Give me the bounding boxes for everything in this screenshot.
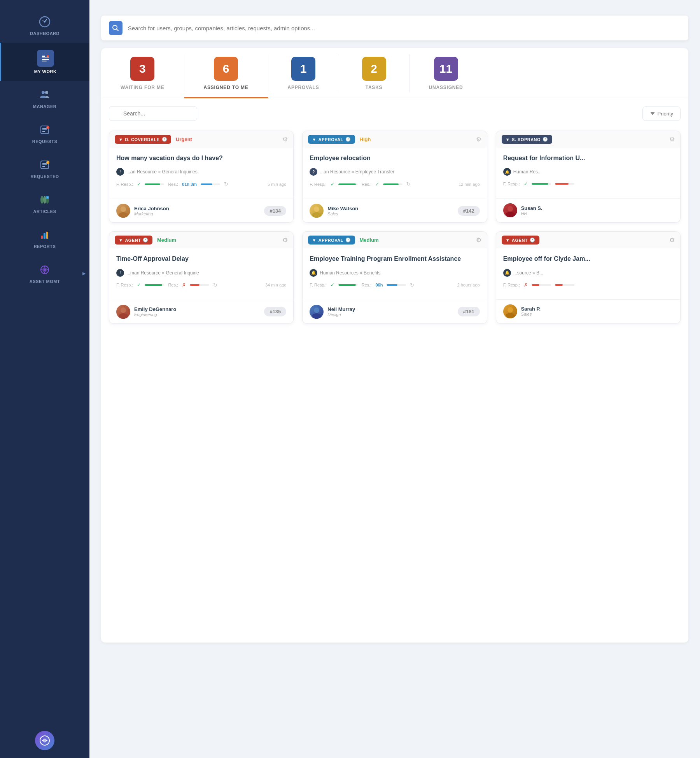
tab-unassigned[interactable]: 11 UNASSIGNED (410, 48, 483, 98)
content-area: Priority ▼ D. COVERDALE 🕐 Urgent ⚙ How m… (101, 98, 688, 643)
sidebar-bottom (35, 723, 54, 758)
card-6-avatar (503, 304, 517, 318)
sidebar-item-requests[interactable]: ! REQUESTS (0, 116, 89, 151)
card-6-settings[interactable]: ⚙ (669, 236, 675, 244)
sidebar-item-assetmgmt[interactable]: ASSET MGMT ▶ (0, 256, 89, 291)
card-4-user-info: Emily DeGennaro Engineering (134, 306, 264, 317)
card-5-fresp-bar (338, 284, 358, 286)
card-6-title: Employee off for Clyde Jam... (503, 255, 673, 263)
card-3-res-bar-fill (555, 183, 569, 185)
card-6-fresp-bar-fill (532, 284, 539, 286)
card-4-category-text: ...man Resource » General Inquirie (126, 270, 199, 276)
tab-approvals[interactable]: 1 APPROVALS (268, 48, 339, 98)
svg-point-41 (42, 740, 44, 741)
card-1-header: ▼ D. COVERDALE 🕐 Urgent ⚙ (109, 131, 293, 148)
sidebar-item-articles[interactable]: i ARTICLES (0, 186, 89, 221)
svg-point-10 (42, 91, 45, 94)
sidebar-label-assetmgmt: ASSET MGMT (30, 279, 60, 284)
sidebar-item-manager[interactable]: MANAGER (0, 81, 89, 116)
card-5-res-bar (387, 284, 406, 286)
card-2-res-bar-fill (383, 183, 399, 185)
sidebar-item-requested[interactable]: ! REQUESTED (0, 151, 89, 186)
card-1-res-bar-fill (201, 183, 212, 185)
card-1-clock: 🕐 (162, 137, 168, 142)
card-1[interactable]: ▼ D. COVERDALE 🕐 Urgent ⚙ How many vacat… (109, 131, 294, 223)
svg-point-59 (312, 313, 321, 319)
card-5-fresp-bar-fill (338, 284, 356, 286)
sidebar-label-mywork: MY WORK (34, 69, 57, 74)
card-2-category-text: ...an Resource » Employee Transfer (320, 169, 394, 175)
card-3-settings[interactable]: ⚙ (669, 136, 675, 143)
reports-icon (38, 228, 52, 242)
card-5-priority: Medium (360, 237, 379, 243)
tab-waiting-label: WAITING FOR ME (121, 85, 164, 90)
requested-icon: ! (38, 158, 52, 172)
card-1-body: How many vacation days do I have? ! ...a… (109, 148, 293, 199)
card-4-clock: 🕐 (143, 238, 149, 243)
tab-tasks-badge: 2 (362, 57, 386, 81)
card-5-user-dept: Design (327, 312, 457, 317)
card-1-timestamp: 5 min ago (268, 182, 286, 187)
sidebar-label-manager: MANAGER (33, 104, 56, 109)
card-3-category-icon: 🔔 (503, 168, 511, 176)
filter-search-input[interactable] (109, 106, 197, 121)
card-4-timestamp: 34 min ago (265, 283, 286, 287)
card-6-clock: 🕐 (530, 238, 536, 243)
card-1-refresh: ↻ (224, 181, 228, 187)
card-6-dropdown-arrow: ▼ (506, 238, 510, 243)
card-1-category-text: ...an Resource » General Inquiries (126, 169, 198, 175)
card-2-res-label: Res.: (362, 182, 372, 187)
tab-approvals-badge: 1 (291, 57, 315, 81)
card-1-res-time: 01h 3m (182, 182, 197, 187)
card-5-settings[interactable]: ⚙ (476, 236, 481, 244)
svg-rect-5 (42, 58, 49, 58)
card-3-clock: 🕐 (542, 137, 548, 142)
sidebar-label-dashboard: DASHBOARD (30, 31, 60, 36)
card-3[interactable]: ▼ S. SOPRANO 🕐 ⚙ Request for Information… (496, 131, 681, 223)
search-bar-icon (109, 21, 122, 35)
search-input[interactable] (128, 25, 681, 31)
card-1-tag: ▼ D. COVERDALE 🕐 (115, 135, 171, 144)
filter-priority-button[interactable]: Priority (642, 107, 681, 121)
card-2[interactable]: ▼ APPROVAL 🕐 High ⚙ Employee relocation … (302, 131, 487, 223)
cards-grid: ▼ D. COVERDALE 🕐 Urgent ⚙ How many vacat… (109, 131, 681, 324)
card-4-res-check: ✗ (182, 282, 186, 288)
card-6-res-bar-fill (555, 284, 563, 286)
card-2-res-bar (383, 183, 402, 185)
sidebar: DASHBOARD ! MY WORK MANAGER (0, 0, 89, 758)
card-3-title: Request for Information U... (503, 154, 673, 162)
svg-point-51 (119, 212, 128, 218)
card-4-settings[interactable]: ⚙ (282, 236, 288, 244)
card-2-refresh: ↻ (406, 181, 411, 187)
svg-text:!: ! (47, 126, 48, 129)
tab-assigned[interactable]: 6 ASSIGNED TO ME (184, 48, 268, 98)
svg-point-42 (46, 740, 47, 741)
card-3-user-dept: HR (521, 211, 673, 216)
card-6-header: ▼ AGENT 🕐 ⚙ (496, 232, 680, 248)
card-5-tag: ▼ APPROVAL 🕐 (308, 236, 355, 245)
sidebar-item-mywork[interactable]: ! MY WORK (0, 43, 89, 81)
card-5[interactable]: ▼ APPROVAL 🕐 Medium ⚙ Employee Training … (302, 231, 487, 323)
sidebar-item-dashboard[interactable]: DASHBOARD (0, 8, 89, 43)
card-3-user-name: Susan S. (521, 205, 673, 211)
sidebar-item-reports[interactable]: REPORTS (0, 221, 89, 256)
tab-waiting[interactable]: 3 WAITING FOR ME (101, 48, 184, 98)
card-2-ticket: #142 (458, 206, 480, 216)
card-2-body: Employee relocation ? ...an Resource » E… (303, 148, 486, 199)
card-2-dropdown-arrow: ▼ (312, 137, 316, 142)
sidebar-label-articles: ARTICLES (33, 209, 56, 214)
card-2-header: ▼ APPROVAL 🕐 High ⚙ (303, 131, 486, 148)
card-2-user-name: Mike Watson (327, 206, 457, 211)
card-4[interactable]: ▼ AGENT 🕐 Medium ⚙ Time-Off Approval Del… (109, 231, 294, 323)
card-1-settings[interactable]: ⚙ (282, 136, 288, 143)
manager-icon (38, 88, 52, 102)
card-6[interactable]: ▼ AGENT 🕐 ⚙ Employee off for Clyde Jam..… (496, 231, 681, 323)
tabs-container: 3 WAITING FOR ME 6 ASSIGNED TO ME 1 APPR… (101, 48, 688, 98)
card-1-category-icon: ! (116, 168, 124, 176)
card-2-settings[interactable]: ⚙ (476, 136, 481, 143)
card-3-footer: Susan S. HR (496, 198, 680, 222)
tab-tasks[interactable]: 2 TASKS (339, 48, 409, 98)
card-5-ticket: #181 (458, 307, 480, 316)
svg-rect-30 (44, 233, 46, 239)
card-6-fresp-bar (532, 284, 551, 286)
